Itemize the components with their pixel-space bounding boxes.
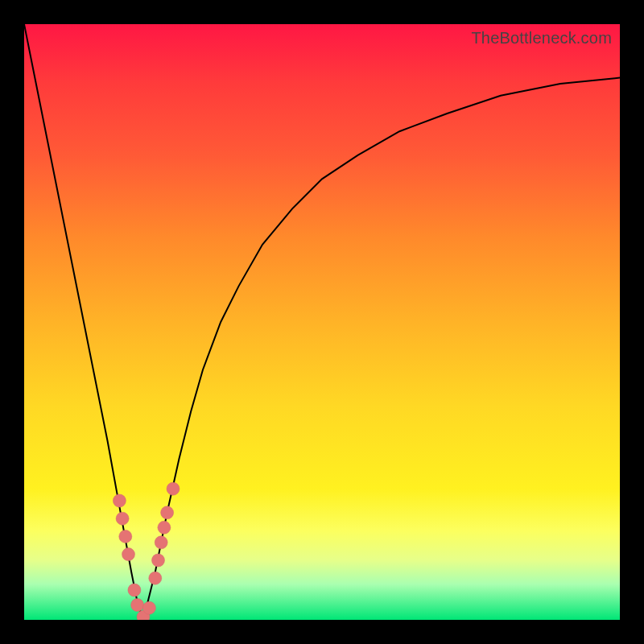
data-marker: [128, 584, 141, 597]
data-marker: [167, 482, 180, 495]
data-marker: [152, 554, 165, 567]
data-marker: [158, 521, 171, 534]
chart-frame: TheBottleneck.com: [0, 0, 644, 644]
data-marker: [116, 512, 129, 525]
chart-svg: [24, 24, 620, 620]
data-marker: [119, 530, 132, 543]
data-marker: [149, 572, 162, 584]
data-marker: [161, 506, 174, 519]
data-marker: [142, 601, 155, 614]
plot-area: TheBottleneck.com: [24, 24, 620, 620]
data-marker: [113, 494, 126, 507]
data-marker: [122, 548, 135, 561]
data-marker: [155, 536, 167, 549]
data-marker: [131, 599, 144, 612]
curve-right-branch: [143, 78, 620, 620]
